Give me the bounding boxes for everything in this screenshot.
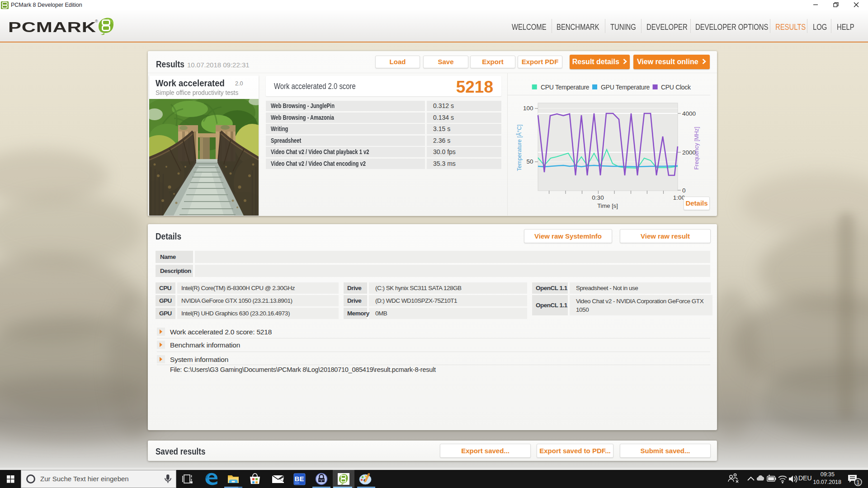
svg-text:4000: 4000 bbox=[682, 110, 696, 117]
svg-text:0:30: 0:30 bbox=[592, 194, 604, 201]
svg-text:GPU Temperature: GPU Temperature bbox=[601, 84, 650, 91]
svg-text:1: 1 bbox=[857, 479, 860, 486]
svg-text:CPU Temperature: CPU Temperature bbox=[541, 84, 590, 91]
svg-text:Frequency [MHz]: Frequency [MHz] bbox=[693, 127, 700, 169]
svg-text:CPU Clock: CPU Clock bbox=[661, 84, 691, 91]
svg-text:0: 0 bbox=[682, 187, 686, 194]
svg-text:50: 50 bbox=[527, 158, 533, 165]
svg-text:Time [s]: Time [s] bbox=[597, 202, 618, 209]
svg-text:Temperature [Â°C]: Temperature [Â°C] bbox=[516, 125, 523, 171]
svg-text:100: 100 bbox=[523, 105, 533, 112]
svg-text:BE: BE bbox=[295, 475, 304, 483]
